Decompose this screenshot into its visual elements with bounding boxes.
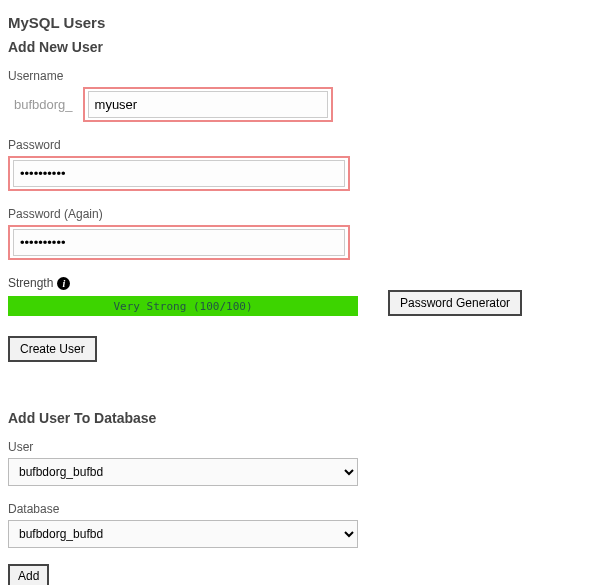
assign-db-select[interactable]: bufbdorg_bufbd bbox=[8, 520, 358, 548]
section-add-user-title: Add New User bbox=[8, 39, 606, 55]
password2-input[interactable] bbox=[13, 229, 345, 256]
assign-user-label: User bbox=[8, 440, 606, 454]
username-label: Username bbox=[8, 69, 606, 83]
assign-user-select[interactable]: bufbdorg_bufbd bbox=[8, 458, 358, 486]
page-title: MySQL Users bbox=[8, 14, 606, 31]
section-add-to-db-title: Add User To Database bbox=[8, 410, 606, 426]
password2-label: Password (Again) bbox=[8, 207, 606, 221]
password-label: Password bbox=[8, 138, 606, 152]
password-input[interactable] bbox=[13, 160, 345, 187]
username-prefix: bufbdorg_ bbox=[14, 97, 73, 112]
strength-label: Strength bbox=[8, 276, 53, 290]
username-input[interactable] bbox=[88, 91, 328, 118]
create-user-button[interactable]: Create User bbox=[8, 336, 97, 362]
password-generator-button[interactable]: Password Generator bbox=[388, 290, 522, 316]
add-button[interactable]: Add bbox=[8, 564, 49, 585]
strength-bar: Very Strong (100/100) bbox=[8, 296, 358, 316]
info-icon: i bbox=[57, 277, 70, 290]
assign-db-label: Database bbox=[8, 502, 606, 516]
